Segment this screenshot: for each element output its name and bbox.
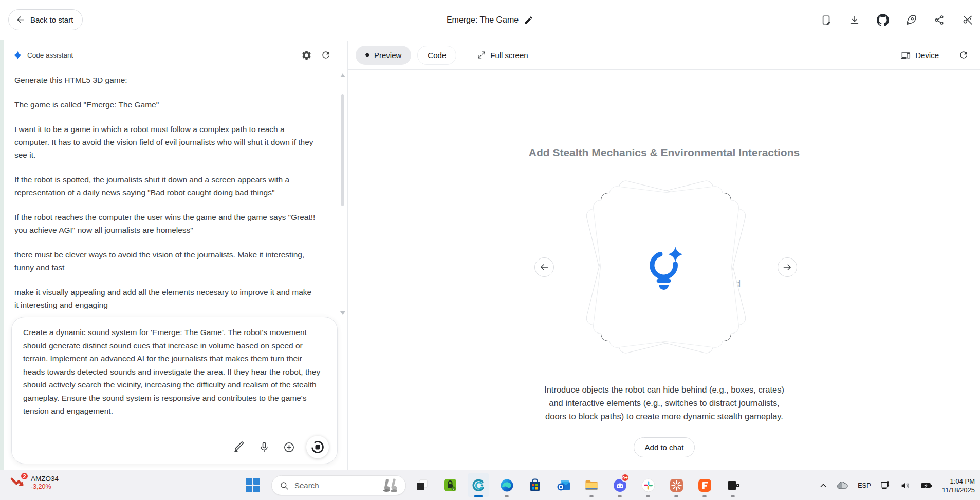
tab-preview[interactable]: Preview bbox=[356, 46, 411, 65]
back-to-start-button[interactable]: Back to start bbox=[8, 9, 83, 30]
sparkle-icon bbox=[13, 51, 22, 60]
preview-stage: Add Stealth Mechanics & Environmental In… bbox=[348, 70, 980, 470]
top-header: Back to start Emerge: The Game bbox=[0, 0, 980, 40]
app-active-wave[interactable] bbox=[468, 473, 489, 497]
taskbar-apps: y 9+ bbox=[411, 473, 744, 497]
battery-charging-icon[interactable] bbox=[920, 479, 933, 492]
slack-icon bbox=[641, 478, 655, 492]
device-toggle[interactable]: Device bbox=[900, 50, 939, 60]
next-suggestion-button[interactable] bbox=[778, 257, 797, 277]
chat-message-list[interactable]: Generate this HTML5 3D game: The game is… bbox=[4, 69, 336, 318]
stop-generating-button[interactable] bbox=[306, 436, 329, 458]
stock-symbol: AMZO34 bbox=[31, 475, 59, 483]
app-slack[interactable] bbox=[637, 473, 659, 497]
f-app-icon bbox=[698, 478, 712, 492]
download-icon[interactable] bbox=[848, 14, 861, 26]
description-line: doors to block paths) to create more dyn… bbox=[348, 410, 980, 423]
full-screen-label: Full screen bbox=[490, 51, 528, 60]
github-icon[interactable] bbox=[877, 14, 889, 26]
handwriting-icon[interactable] bbox=[232, 440, 247, 454]
refresh-chat-icon[interactable] bbox=[319, 48, 333, 62]
svg-text:y: y bbox=[453, 487, 454, 490]
folder-icon bbox=[584, 478, 599, 492]
taskbar-search[interactable]: Search bbox=[271, 475, 406, 495]
running-indicator bbox=[646, 495, 650, 497]
tab-code[interactable]: Code bbox=[417, 46, 456, 65]
scroll-down-arrow[interactable] bbox=[340, 311, 345, 315]
cast-screen-icon[interactable] bbox=[880, 480, 891, 491]
chat-message: I want it to be a game in which a robot … bbox=[14, 123, 318, 161]
chat-scrollbar[interactable] bbox=[340, 71, 346, 317]
suggestion-description: Introduce objects the robot can hide beh… bbox=[348, 383, 980, 423]
toolbar-separator bbox=[467, 47, 467, 63]
suggestion-headline: Add Stealth Mechanics & Environmental In… bbox=[348, 146, 980, 159]
edit-title-icon[interactable] bbox=[524, 15, 533, 25]
composer-input[interactable]: Create a dynamic sound system for 'Emerg… bbox=[23, 326, 326, 418]
green-lock-icon: y bbox=[443, 478, 457, 492]
preview-active-dot bbox=[365, 52, 369, 57]
description-line: Introduce objects the robot can hide beh… bbox=[348, 383, 980, 396]
previous-suggestion-button[interactable] bbox=[534, 257, 554, 277]
tray-chevron-up-icon[interactable] bbox=[819, 482, 827, 490]
composer-toolbar bbox=[232, 436, 329, 458]
app-file-explorer[interactable] bbox=[581, 473, 602, 497]
app-outlook[interactable] bbox=[552, 473, 574, 497]
running-indicator bbox=[731, 495, 735, 497]
full-screen-button[interactable]: Full screen bbox=[477, 51, 528, 60]
chat-message: there must be clever ways to avoid the v… bbox=[14, 248, 318, 274]
language-indicator[interactable]: ESP bbox=[858, 482, 871, 489]
key-off-icon[interactable] bbox=[961, 14, 974, 26]
clock-date: 11/18/2025 bbox=[942, 486, 975, 494]
header-actions bbox=[820, 0, 974, 40]
scroll-up-arrow[interactable] bbox=[340, 73, 345, 77]
add-to-chat-button[interactable]: Add to chat bbox=[634, 437, 695, 457]
stock-change: -3,20% bbox=[31, 483, 59, 491]
code-assistant-panel: Code assistant Generate this HTML5 3D ga… bbox=[4, 41, 348, 470]
onedrive-cloud-icon[interactable] bbox=[836, 479, 849, 492]
app-edge[interactable] bbox=[496, 473, 517, 497]
note-edit-icon[interactable] bbox=[820, 14, 833, 26]
tab-code-label: Code bbox=[428, 51, 446, 60]
volume-icon[interactable] bbox=[900, 480, 911, 491]
app-f[interactable] bbox=[694, 473, 715, 497]
rocket-icon[interactable] bbox=[905, 14, 917, 26]
windows-start-button[interactable] bbox=[246, 478, 260, 492]
chat-message: If the robot reaches the computer the us… bbox=[14, 211, 318, 236]
taskbar-clock[interactable]: 1:04 PM 11/18/2025 bbox=[942, 477, 975, 494]
add-icon[interactable] bbox=[282, 440, 296, 454]
preview-toolbar: Preview Code Full screen Device bbox=[348, 41, 980, 70]
scrollbar-thumb[interactable] bbox=[341, 94, 344, 206]
app-security[interactable]: y bbox=[439, 473, 461, 497]
assistant-label: Code assistant bbox=[27, 51, 73, 59]
chat-message: If the robot is spotted, the journalists… bbox=[14, 173, 318, 199]
app-discord[interactable]: 9+ bbox=[609, 473, 631, 497]
app-recorder[interactable] bbox=[722, 473, 744, 497]
chat-message: make it visually appealing and add all t… bbox=[14, 286, 318, 311]
suggestion-card[interactable] bbox=[601, 193, 731, 341]
teal-wave-icon bbox=[472, 478, 486, 492]
refresh-preview-icon[interactable] bbox=[958, 50, 969, 60]
store-icon bbox=[528, 478, 542, 492]
app-desktops[interactable] bbox=[411, 473, 433, 497]
claude-starburst-icon bbox=[670, 478, 683, 492]
back-to-start-label: Back to start bbox=[30, 15, 73, 24]
black-screen-icon bbox=[726, 478, 740, 492]
preview-panel: Preview Code Full screen Device bbox=[348, 41, 980, 470]
stock-badge: 2 bbox=[20, 472, 29, 480]
settings-gear-icon[interactable] bbox=[299, 48, 313, 62]
description-line: and interactive elements (e.g., switches… bbox=[348, 396, 980, 410]
share-icon[interactable] bbox=[933, 14, 946, 26]
arrow-left-icon bbox=[16, 15, 26, 25]
app-claude[interactable] bbox=[665, 473, 687, 497]
running-indicator bbox=[618, 495, 622, 497]
mic-icon[interactable] bbox=[257, 440, 271, 454]
prompt-composer[interactable]: Create a dynamic sound system for 'Emerg… bbox=[11, 317, 338, 464]
chat-message: Generate this HTML5 3D game: bbox=[14, 73, 318, 86]
app-microsoft-store[interactable] bbox=[524, 473, 546, 497]
chat-message: The game is called "Emerge: The Game" bbox=[14, 98, 318, 111]
edge-icon bbox=[500, 478, 514, 492]
stock-widget[interactable]: 2 AMZO34 -3,20% bbox=[9, 474, 59, 491]
windows-taskbar: 2 AMZO34 -3,20% Search y bbox=[0, 470, 980, 500]
search-highlight-boots-image[interactable] bbox=[379, 477, 402, 494]
running-indicator bbox=[702, 495, 707, 497]
